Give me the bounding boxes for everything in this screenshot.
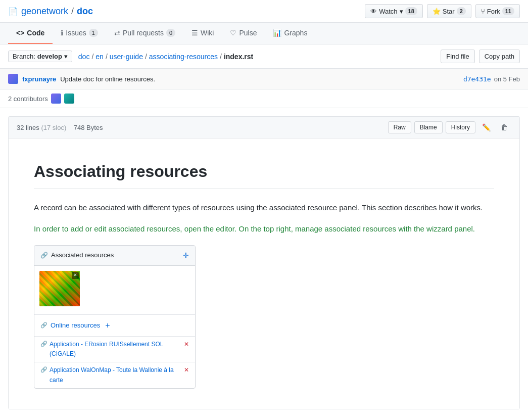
file-actions: Raw Blame History ✏️ 🗑 bbox=[388, 121, 511, 134]
online-resources-header: 🔗 Online resources + bbox=[34, 314, 195, 336]
tab-pulse[interactable]: ♡ Pulse bbox=[222, 23, 265, 44]
breadcrumb-bar: Branch: develop ▾ doc / en / user-guide … bbox=[0, 44, 528, 69]
wiki-icon: ☰ bbox=[191, 29, 198, 37]
file-size: 748 Bytes bbox=[74, 124, 103, 131]
contributor-avatar-2 bbox=[64, 94, 74, 104]
history-button[interactable]: History bbox=[446, 121, 475, 133]
star-icon: ⭐ bbox=[433, 8, 441, 15]
raw-button[interactable]: Raw bbox=[388, 121, 411, 133]
breadcrumb-sep-3: / bbox=[145, 53, 147, 61]
commit-author-link[interactable]: fxprunayre bbox=[22, 75, 56, 83]
commit-date: on 5 Feb bbox=[494, 75, 520, 83]
resource-label-1: Application WalOnMap - Toute la Wallonie… bbox=[50, 365, 182, 385]
file-header: 32 lines (17 sloc) 748 Bytes Raw Blame H… bbox=[9, 117, 519, 138]
star-button[interactable]: ⭐ Star 2 bbox=[427, 4, 471, 18]
fork-icon: ⑂ bbox=[481, 8, 485, 15]
branch-label: Branch: bbox=[13, 53, 35, 60]
pr-icon: ⇄ bbox=[114, 29, 120, 37]
commit-message: Update doc for online resources. bbox=[60, 75, 155, 83]
breadcrumb-sep-0 bbox=[74, 53, 76, 61]
resource-item-0: 🔗 Application - ERosion RUISsellement SO… bbox=[34, 336, 195, 362]
online-resources-link-icon: 🔗 bbox=[40, 321, 47, 330]
nav-tabs: <> Code ℹ Issues 1 ⇄ Pull requests 0 ☰ W… bbox=[0, 23, 528, 44]
assoc-add-button[interactable]: ✛ bbox=[183, 250, 189, 261]
watch-count: 18 bbox=[405, 7, 417, 15]
blame-button[interactable]: Blame bbox=[414, 121, 443, 133]
watch-label: Watch bbox=[379, 8, 397, 15]
repo-icon: 📄 bbox=[8, 7, 18, 16]
code-icon: <> bbox=[16, 29, 24, 37]
tab-pr-label: Pull requests bbox=[123, 29, 164, 37]
assoc-thumbnail-area: ✕ bbox=[34, 266, 195, 315]
tab-pull-requests[interactable]: ⇄ Pull requests 0 bbox=[106, 23, 183, 44]
tab-code-label: Code bbox=[27, 29, 44, 37]
resource-link-icon-1: 🔗 bbox=[40, 365, 47, 375]
resource-label-0: Application - ERosion RUISsellement SOL … bbox=[50, 340, 182, 359]
breadcrumb-filename: index.rst bbox=[224, 53, 253, 61]
tab-wiki[interactable]: ☰ Wiki bbox=[183, 23, 222, 44]
resource-link-icon-0: 🔗 bbox=[40, 340, 47, 349]
fork-button[interactable]: ⑂ Fork 11 bbox=[475, 4, 520, 18]
branch-chevron-icon: ▾ bbox=[64, 53, 68, 60]
breadcrumb-link-doc[interactable]: doc bbox=[78, 53, 90, 61]
copy-path-button[interactable]: Copy path bbox=[479, 50, 520, 63]
resource-link-1[interactable]: 🔗 Application WalOnMap - Toute la Wallon… bbox=[40, 365, 182, 385]
delete-icon-button[interactable]: 🗑 bbox=[497, 121, 511, 134]
breadcrumb-link-user-guide[interactable]: user-guide bbox=[110, 53, 143, 61]
breadcrumb-sep-1: / bbox=[91, 53, 93, 61]
assoc-panel-title: Associated resources bbox=[51, 250, 114, 261]
branch-selector[interactable]: Branch: develop ▾ bbox=[8, 51, 72, 62]
tab-graphs[interactable]: 📊 Graphs bbox=[265, 23, 315, 44]
fork-label: Fork bbox=[487, 8, 500, 15]
doc-para-1: A record can be associated with differen… bbox=[34, 201, 494, 214]
find-file-button[interactable]: Find file bbox=[441, 50, 475, 63]
file-sloc: (17 sloc) bbox=[41, 124, 66, 131]
assoc-panel-header: 🔗 Associated resources ✛ bbox=[34, 246, 195, 265]
top-actions: 👁 Watch ▾ 18 ⭐ Star 2 ⑂ Fork 11 bbox=[365, 4, 520, 18]
breadcrumb-link-associating[interactable]: associating-resources bbox=[149, 53, 218, 61]
graphs-icon: 📊 bbox=[273, 29, 281, 37]
star-label: Star bbox=[443, 8, 455, 15]
commit-sha-link[interactable]: d7e431e bbox=[463, 75, 491, 83]
file-content: Associating resources A record can be as… bbox=[9, 138, 519, 409]
breadcrumb-link-en[interactable]: en bbox=[95, 53, 104, 61]
file-meta: 32 lines (17 sloc) 748 Bytes bbox=[17, 124, 103, 131]
doc-title: Associating resources bbox=[34, 159, 494, 189]
thumbnail-wrapper: ✕ bbox=[39, 271, 80, 306]
edit-icon-button[interactable]: ✏️ bbox=[478, 121, 494, 134]
pulse-icon: ♡ bbox=[230, 29, 236, 37]
star-count: 2 bbox=[457, 7, 466, 15]
repo-name-link[interactable]: doc bbox=[77, 6, 93, 17]
watch-button[interactable]: 👁 Watch ▾ 18 bbox=[365, 4, 423, 18]
top-bar: 📄 geonetwork / doc 👁 Watch ▾ 18 ⭐ Star 2… bbox=[0, 0, 528, 23]
author-avatar bbox=[8, 74, 18, 84]
resource-item-1: 🔗 Application WalOnMap - Toute la Wallon… bbox=[34, 362, 195, 388]
pr-count: 0 bbox=[166, 29, 175, 37]
tab-issues[interactable]: ℹ Issues 1 bbox=[53, 23, 106, 44]
repo-title: 📄 geonetwork / doc bbox=[8, 6, 93, 17]
tab-issues-label: Issues bbox=[66, 29, 86, 37]
tab-graphs-label: Graphs bbox=[284, 29, 307, 37]
commit-info: fxprunayre Update doc for online resourc… bbox=[8, 74, 155, 84]
link-chain-icon: 🔗 bbox=[40, 251, 48, 260]
resource-remove-0[interactable]: ✕ bbox=[184, 340, 189, 349]
resource-link-0[interactable]: 🔗 Application - ERosion RUISsellement SO… bbox=[40, 340, 182, 359]
repo-owner-link[interactable]: geonetwork bbox=[21, 6, 68, 17]
online-resources-title: Online resources bbox=[51, 320, 100, 331]
commit-bar: fxprunayre Update doc for online resourc… bbox=[0, 69, 528, 89]
resource-remove-1[interactable]: ✕ bbox=[184, 365, 189, 375]
tab-wiki-label: Wiki bbox=[201, 29, 214, 37]
doc-para-2: In order to add or edit associated resou… bbox=[34, 222, 494, 236]
repo-separator: / bbox=[71, 6, 74, 17]
commit-meta: d7e431e on 5 Feb bbox=[463, 75, 520, 83]
tab-code[interactable]: <> Code bbox=[8, 23, 53, 44]
breadcrumb-sep-4: / bbox=[220, 53, 222, 61]
online-resources-add-button[interactable]: + bbox=[105, 319, 110, 332]
eye-icon: 👁 bbox=[370, 8, 377, 15]
branch-name: develop bbox=[37, 53, 62, 60]
breadcrumb-sep-2: / bbox=[106, 53, 108, 61]
thumbnail-close-button[interactable]: ✕ bbox=[72, 272, 79, 279]
breadcrumb-actions: Find file Copy path bbox=[441, 50, 520, 63]
tab-pulse-label: Pulse bbox=[239, 29, 257, 37]
breadcrumb: Branch: develop ▾ doc / en / user-guide … bbox=[8, 51, 253, 62]
